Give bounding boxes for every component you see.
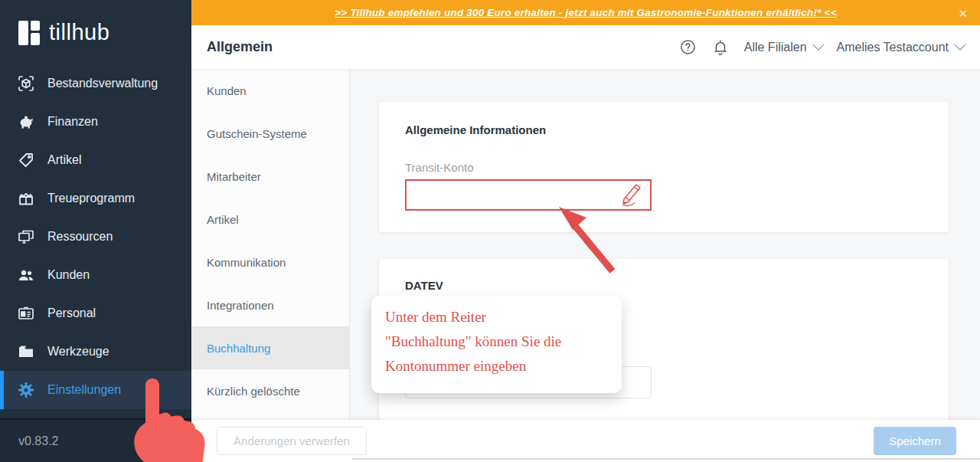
close-icon[interactable]: ✕ [958, 7, 968, 18]
people-icon [18, 267, 34, 283]
footer-action-bar: Änderungen verwerfen Speichern [191, 420, 980, 462]
subnav-item-kuerzlich-geloeschte[interactable]: Kürzlich gelöschte [191, 369, 349, 412]
save-button[interactable]: Speichern [874, 427, 956, 455]
card-title: DATEV [405, 279, 923, 292]
branch-filter-dropdown[interactable]: Alle Filialen [744, 41, 822, 54]
promo-banner-link[interactable]: >> Tillhub empfehlen und 300 Euro erhalt… [335, 7, 836, 18]
version-text: v0.83.2 [18, 434, 58, 448]
card-title: Allgemeine Informationen [405, 123, 923, 136]
sidebar-item-label: Einstellungen [47, 383, 121, 397]
sidebar-item-personal[interactable]: Personal [0, 294, 191, 333]
sidebar-item-label: Finanzen [47, 115, 98, 129]
main-sidebar: tillhub Bestandsverwaltung [0, 0, 191, 462]
promo-banner: >> Tillhub empfehlen und 300 Euro erhalt… [191, 0, 980, 25]
transit-konto-input[interactable] [407, 181, 650, 209]
sidebar-item-label: Ressourcen [47, 230, 113, 244]
sidebar-item-werkzeuge[interactable]: Werkzeuge [0, 333, 191, 371]
sidebar-item-label: Werkzeuge [47, 345, 109, 359]
gear-icon [18, 382, 34, 398]
piggy-bank-icon [18, 113, 34, 130]
page-title: Allgemein [207, 39, 273, 55]
main-nav: Bestandsverwaltung Finanzen [0, 64, 191, 409]
monitors-icon [18, 228, 34, 245]
sidebar-item-bestandsverwaltung[interactable]: Bestandsverwaltung [0, 64, 191, 103]
help-icon[interactable] [680, 39, 697, 56]
sidebar-item-einstellungen[interactable]: Einstellungen [0, 371, 191, 409]
tillhub-logo-mark-icon [18, 21, 40, 45]
chevron-down-icon [954, 38, 966, 51]
sidebar-item-artikel[interactable]: Artikel [0, 141, 191, 179]
general-information-card: Allgemeine Informationen Transit-Konto [379, 102, 949, 232]
sidebar-item-kunden[interactable]: Kunden [0, 256, 191, 294]
callout-line: Kontonummer eingeben [385, 354, 608, 378]
subnav-item-artikel[interactable]: Artikel [191, 198, 349, 241]
subnav-item-buchhaltung[interactable]: Buchhaltung [191, 326, 349, 369]
price-tag-icon [18, 152, 34, 169]
tillhub-settings-page: >> Tillhub empfehlen und 300 Euro erhalt… [0, 0, 980, 462]
sidebar-item-label: Kunden [47, 268, 90, 282]
subnav-item-gutschein-systeme[interactable]: Gutschein-Systeme [191, 112, 349, 155]
inventory-scan-icon [18, 75, 34, 92]
transit-konto-label: Transit-Konto [405, 161, 923, 174]
subnav-item-mitarbeiter[interactable]: Mitarbeiter [191, 155, 349, 198]
tillhub-logo[interactable]: tillhub [0, 0, 191, 59]
notifications-bell-icon[interactable] [712, 39, 729, 56]
app-version: v0.83.2 [0, 418, 191, 462]
subnav-item-integrationen[interactable]: Integrationen [191, 283, 349, 326]
account-dropdown[interactable]: Amelies Testaccount [837, 41, 963, 54]
sidebar-item-label: Bestandsverwaltung [47, 77, 158, 90]
settings-subnav: Kunden Gutschein-Systeme Mitarbeiter Art… [191, 69, 350, 419]
gift-icon [18, 190, 34, 207]
sidebar-item-label: Artikel [47, 153, 81, 167]
sidebar-item-label: Treueprogramm [47, 192, 135, 205]
folder-icon [18, 343, 34, 360]
settings-content: Allgemeine Informationen Transit-Konto D… [350, 69, 980, 420]
callout-line: "Buchhaltung" können Sie die [385, 329, 608, 354]
annotation-callout: Unter dem Reiter "Buchhaltung" können Si… [371, 296, 622, 393]
sidebar-item-finanzen[interactable]: Finanzen [0, 103, 191, 141]
sidebar-item-ressourcen[interactable]: Ressourcen [0, 218, 191, 256]
sidebar-item-treueprogramm[interactable]: Treueprogramm [0, 179, 191, 218]
callout-line: Unter dem Reiter [385, 305, 608, 329]
subnav-item-kommunikation[interactable]: Kommunikation [191, 241, 349, 283]
tillhub-logo-text: tillhub [49, 20, 109, 45]
sidebar-item-label: Personal [47, 306, 96, 320]
chevron-down-icon [812, 38, 825, 51]
id-card-icon [18, 305, 34, 322]
page-header: Allgemein Alle Filialen Amelies Testacco… [191, 25, 980, 69]
discard-changes-button[interactable]: Änderungen verwerfen [217, 427, 367, 455]
content-divider [352, 458, 980, 460]
subnav-item-kunden[interactable]: Kunden [191, 69, 349, 112]
transit-konto-field-highlight [405, 179, 652, 211]
pen-annotation-icon [618, 180, 645, 208]
branch-filter-label: Alle Filialen [744, 41, 807, 54]
account-label: Amelies Testaccount [837, 41, 949, 54]
